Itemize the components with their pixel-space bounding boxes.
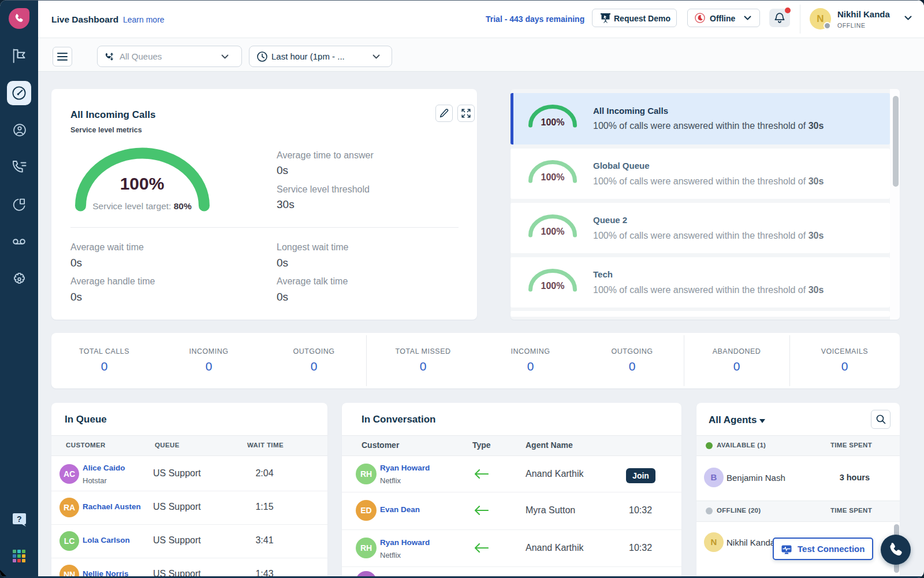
svg-text:?: ? [17, 514, 22, 524]
